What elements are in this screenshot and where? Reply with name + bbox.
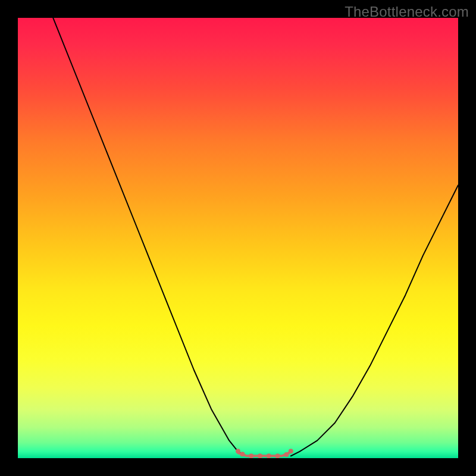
series-right_branch [291, 185, 458, 456]
series-bottom_flat_marker [238, 452, 291, 456]
series-left_branch [53, 18, 247, 456]
chart-plot-area [18, 18, 458, 458]
chart-svg [18, 18, 458, 458]
marker-dot [267, 453, 271, 458]
marker-dot [249, 453, 253, 458]
marker-dot [258, 453, 262, 458]
marker-dot [240, 452, 245, 456]
marker-dot [289, 449, 293, 453]
watermark-text: TheBottleneck.com [345, 4, 469, 20]
marker-dot [284, 452, 289, 457]
marker-dot [275, 453, 280, 458]
marker-dot [236, 449, 240, 453]
